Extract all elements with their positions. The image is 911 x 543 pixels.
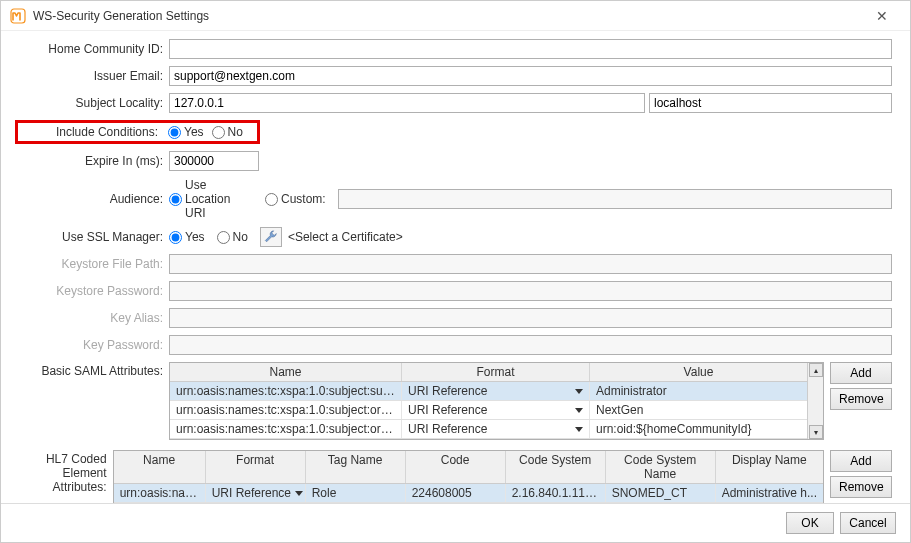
include-conditions-no-radio[interactable]: No xyxy=(212,125,243,139)
app-icon xyxy=(9,7,27,25)
hl7-row[interactable]: urn:oasis:name... URI Reference Role 224… xyxy=(114,484,823,503)
caret-down-icon xyxy=(575,389,583,394)
label-key-password: Key Password: xyxy=(19,338,169,352)
ok-button[interactable]: OK xyxy=(786,512,834,534)
hl7-attributes-table[interactable]: Name Format Tag Name Code Code System Co… xyxy=(113,450,824,503)
home-community-id-input[interactable] xyxy=(169,39,892,59)
audience-custom-radio[interactable]: Custom: xyxy=(265,192,326,206)
keystore-path-input xyxy=(169,254,892,274)
label-include-conditions: Include Conditions: xyxy=(18,125,164,139)
saml-header-name: Name xyxy=(170,363,402,381)
key-alias-input xyxy=(169,308,892,328)
label-use-ssl: Use SSL Manager: xyxy=(19,230,169,244)
key-password-input xyxy=(169,335,892,355)
include-conditions-highlight: Include Conditions: Yes No xyxy=(15,120,260,144)
audience-custom-input xyxy=(338,189,892,209)
saml-header-format: Format xyxy=(402,363,590,381)
saml-row[interactable]: urn:oasis:names:tc:xspa:1.0:subject:sub.… xyxy=(170,382,807,401)
label-issuer-email: Issuer Email: xyxy=(19,69,169,83)
hl7-remove-button[interactable]: Remove xyxy=(830,476,892,498)
window-title: WS-Security Generation Settings xyxy=(33,9,862,23)
ssl-no-radio[interactable]: No xyxy=(217,230,248,244)
label-basic-saml: Basic SAML Attributes: xyxy=(19,362,169,378)
label-keystore-path: Keystore File Path: xyxy=(19,257,169,271)
saml-scrollbar[interactable]: ▴ ▾ xyxy=(807,363,823,439)
content-area: Home Community ID: Issuer Email: Subject… xyxy=(1,31,910,503)
label-subject-locality: Subject Locality: xyxy=(19,96,169,110)
certificate-config-icon[interactable] xyxy=(260,227,282,247)
hl7-header-name: Name xyxy=(114,451,206,483)
titlebar: WS-Security Generation Settings ✕ xyxy=(1,1,910,31)
hl7-header-display: Display Name xyxy=(716,451,823,483)
saml-attributes-table[interactable]: Name Format Value urn:oasis:names:tc:xsp… xyxy=(169,362,824,440)
dialog-window: WS-Security Generation Settings ✕ Home C… xyxy=(0,0,911,543)
certificate-placeholder: <Select a Certificate> xyxy=(288,230,403,244)
label-audience: Audience: xyxy=(19,192,169,206)
saml-row[interactable]: urn:oasis:names:tc:xspa:1.0:subject:org.… xyxy=(170,420,807,439)
saml-header-value: Value xyxy=(590,363,807,381)
issuer-email-input[interactable] xyxy=(169,66,892,86)
subject-locality-host-input[interactable] xyxy=(649,93,892,113)
include-conditions-yes-radio[interactable]: Yes xyxy=(168,125,204,139)
hl7-header-codesysname: Code System Name xyxy=(606,451,716,483)
hl7-header-codesys: Code System xyxy=(506,451,606,483)
audience-location-radio[interactable]: Use Location URI xyxy=(169,178,253,220)
dialog-footer: OK Cancel xyxy=(1,503,910,542)
close-icon[interactable]: ✕ xyxy=(862,8,902,24)
label-keystore-password: Keystore Password: xyxy=(19,284,169,298)
keystore-password-input xyxy=(169,281,892,301)
label-key-alias: Key Alias: xyxy=(19,311,169,325)
cancel-button[interactable]: Cancel xyxy=(840,512,896,534)
hl7-header-format: Format xyxy=(206,451,306,483)
ssl-yes-radio[interactable]: Yes xyxy=(169,230,205,244)
caret-down-icon xyxy=(575,408,583,413)
caret-down-icon xyxy=(295,491,303,496)
hl7-header-code: Code xyxy=(406,451,506,483)
label-home-community-id: Home Community ID: xyxy=(19,42,169,56)
saml-row[interactable]: urn:oasis:names:tc:xspa:1.0:subject:org.… xyxy=(170,401,807,420)
subject-locality-ip-input[interactable] xyxy=(169,93,645,113)
label-expire-in: Expire In (ms): xyxy=(19,154,169,168)
label-hl7-coded: HL7 Coded Element Attributes: xyxy=(19,450,113,494)
saml-add-button[interactable]: Add xyxy=(830,362,892,384)
saml-remove-button[interactable]: Remove xyxy=(830,388,892,410)
caret-down-icon xyxy=(575,427,583,432)
scroll-down-icon[interactable]: ▾ xyxy=(809,425,823,439)
hl7-add-button[interactable]: Add xyxy=(830,450,892,472)
scroll-up-icon[interactable]: ▴ xyxy=(809,363,823,377)
hl7-header-tag: Tag Name xyxy=(306,451,406,483)
expire-in-input[interactable] xyxy=(169,151,259,171)
